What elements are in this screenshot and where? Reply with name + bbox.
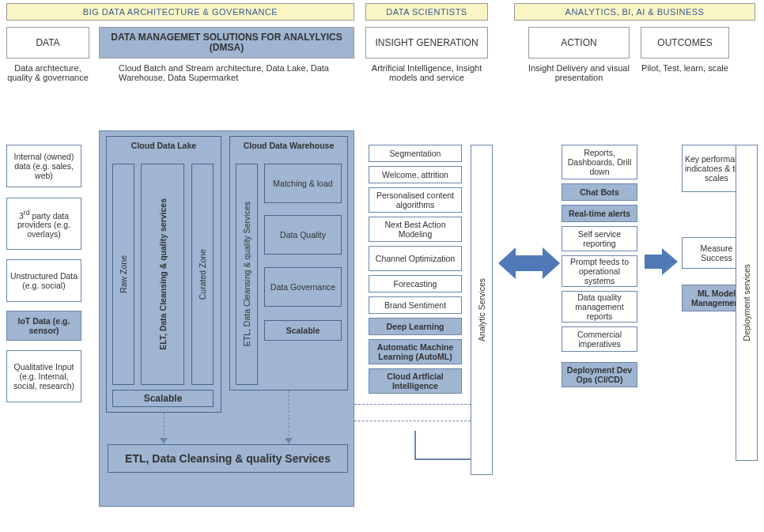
arrow-datalake-etl (160, 438, 168, 443)
action-prompt: Prompt feeds to operational systems (562, 255, 637, 287)
header-data: DATA (6, 27, 89, 58)
warehouse-scalable: Scalable (264, 320, 342, 341)
warehouse-governance: Data Governance (264, 267, 342, 307)
band-analytics: ANALYTICS, BI, AI & BUSINESS (514, 3, 755, 21)
header-outcomes: OUTCOMES (641, 27, 729, 58)
data-third-party: 3rd party data providers (e.g. overlays) (6, 198, 81, 250)
header-action: ACTION (528, 27, 630, 58)
datalake-elt: ELT, Data Cleansing & quality services (141, 164, 184, 385)
insight-forecasting: Forecasting (369, 275, 462, 292)
warehouse-quality: Data Quality (264, 215, 342, 255)
insight-welcome: Welcome, attrition (369, 166, 462, 183)
svg-marker-0 (498, 247, 560, 279)
dash-insight-1 (354, 404, 486, 405)
action-realtime: Real-time alerts (562, 205, 637, 222)
subtitle-action: Insight Delivery and visual presentation (528, 63, 630, 82)
warehouse-etl: ETL, Data Cleansing & quality Services (236, 164, 258, 385)
datalake-curated: Curated Zone (191, 164, 214, 385)
action-dataquality: Data quality management reports (562, 291, 637, 323)
insight-segmentation: Segmentation (369, 145, 462, 162)
dash-insight-2 (354, 421, 486, 421)
action-devops: Deployment Dev Ops (CI/CD) (562, 362, 637, 387)
subtitle-insight: Artrificial Intelligence, Insight models… (365, 63, 488, 82)
action-selfservice: Self service reporting (562, 226, 637, 251)
data-internal: Internal (owned) data (e.g. sales, web) (6, 145, 81, 187)
insight-channel: Channel Optimization (369, 246, 462, 271)
arrow-warehouse-etl (285, 438, 293, 443)
data-qualitative: Qualitative Input (e.g. Internal, social… (6, 350, 81, 402)
dash-warehouse-etl (289, 391, 289, 444)
warehouse-title: Cloud Data Warehouse (244, 141, 335, 150)
datalake-scalable: Scalable (112, 390, 214, 407)
action-chatbots: Chat Bots (562, 183, 637, 201)
subtitle-data: Data archtecture, quality & governance (6, 63, 89, 82)
analytic-services: Analytic Services (471, 145, 493, 475)
band-data-scientists: DATA SCIENTISTS (365, 3, 488, 21)
header-dmsa: DATA MANAGEMET SOLUTIONS FOR ANALYLYICS … (99, 27, 354, 58)
insight-sentiment: Brand Sentiment (369, 296, 462, 314)
data-iot: IoT Data (e.g. sensor) (6, 311, 81, 341)
subtitle-outcomes: Pilot, Test, learn, scale (641, 63, 729, 73)
band-big-data: BIG DATA ARCHITECTURE & GOVERNANCE (6, 3, 354, 21)
insight-automl: Automatic Machine Learning (AutoML) (369, 339, 462, 364)
forward-arrow-icon (645, 245, 678, 278)
svg-marker-1 (645, 248, 678, 275)
insight-personalised: Personalised content algorithms (369, 187, 462, 213)
header-insight: INSIGHT GENERATION (365, 27, 488, 58)
deployment-services: Deployment services (736, 145, 758, 461)
action-commercial: Commercial imperatives (562, 326, 637, 352)
data-unstructured: Unstructured Data (e.g. social) (6, 259, 81, 302)
insight-deeplearning: Deep Learning (369, 318, 462, 335)
double-arrow-icon (498, 241, 560, 285)
datalake-raw: Raw Zone (112, 164, 134, 385)
insight-cloudai: Cloud Artficial Intelligence (369, 368, 462, 394)
subtitle-dmsa: Cloud Batch and Stream architecture, Dat… (119, 63, 336, 82)
insight-nba: Next Best Action Modeling (369, 217, 462, 242)
warehouse-matching: Matching & load (264, 164, 342, 203)
solid-ai-down (414, 431, 416, 458)
datalake-title: Cloud Data Lake (131, 141, 196, 150)
action-reports: Reports, Dashboards, Drill down (562, 145, 637, 179)
etl-bar: ETL, Data Cleansing & quality Services (108, 444, 348, 473)
